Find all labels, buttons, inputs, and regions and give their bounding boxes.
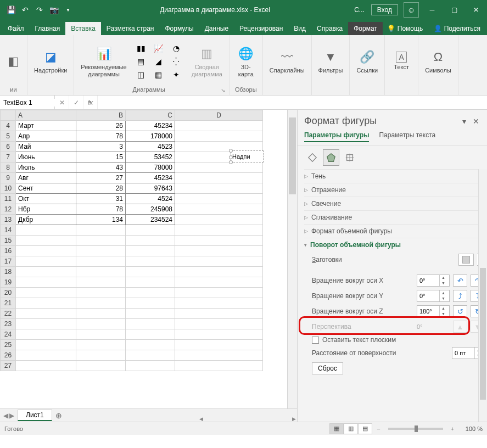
tab-file[interactable]: Файл bbox=[2, 22, 30, 35]
cell[interactable]: Авг bbox=[16, 173, 76, 183]
cell[interactable]: Окт bbox=[16, 194, 76, 204]
share-button[interactable]: 👤Поделиться bbox=[429, 22, 485, 35]
cell[interactable]: 4523 bbox=[126, 142, 175, 152]
col-header-a[interactable]: A bbox=[16, 110, 76, 121]
cell[interactable] bbox=[175, 131, 263, 142]
zoom-slider[interactable] bbox=[388, 428, 443, 430]
effects-icon[interactable] bbox=[323, 149, 339, 166]
cell[interactable] bbox=[76, 267, 126, 277]
cell[interactable] bbox=[16, 236, 76, 246]
cell[interactable] bbox=[126, 256, 175, 267]
accept-formula-icon[interactable]: ✓ bbox=[69, 96, 83, 109]
cell[interactable] bbox=[126, 329, 175, 340]
cell[interactable] bbox=[76, 319, 126, 329]
cell[interactable]: Апр bbox=[16, 131, 76, 142]
chart-column-icon[interactable]: ▮▮ bbox=[133, 42, 149, 54]
cell[interactable] bbox=[76, 350, 126, 361]
undo-icon[interactable]: ↶ bbox=[19, 3, 32, 16]
row-header[interactable]: 26 bbox=[1, 350, 16, 361]
tab-review[interactable]: Рецензирован bbox=[234, 22, 288, 35]
addins-trunc-button[interactable]: ◧ bbox=[1, 51, 27, 72]
name-box[interactable]: ▼ bbox=[0, 96, 55, 109]
row-header[interactable]: 24 bbox=[1, 329, 16, 340]
rotate-y-up-icon[interactable]: ⤴ bbox=[453, 290, 467, 302]
cell[interactable] bbox=[175, 256, 263, 267]
cell[interactable] bbox=[175, 340, 263, 350]
row-header[interactable]: 17 bbox=[1, 256, 16, 267]
fx-icon[interactable]: fx bbox=[83, 96, 98, 109]
cell[interactable] bbox=[126, 350, 175, 361]
pane-vscroll-thumb[interactable] bbox=[480, 268, 486, 400]
fill-line-icon[interactable] bbox=[304, 149, 321, 166]
view-normal-icon[interactable]: ▦ bbox=[329, 423, 344, 434]
cell[interactable] bbox=[175, 163, 263, 173]
cell[interactable]: Дкбр bbox=[16, 215, 76, 225]
rotate-x-left-icon[interactable]: ↶ bbox=[453, 275, 467, 287]
pivot-chart-button[interactable]: ▥Сводная диаграмма bbox=[188, 43, 226, 79]
cell[interactable] bbox=[175, 298, 263, 309]
view-pagebreak-icon[interactable]: ▤ bbox=[358, 423, 372, 434]
keep-text-flat-checkbox[interactable] bbox=[312, 337, 319, 344]
cell[interactable]: 78 bbox=[76, 131, 126, 142]
cell[interactable]: 15 bbox=[76, 152, 126, 163]
cell[interactable] bbox=[16, 340, 76, 350]
row-header[interactable]: 18 bbox=[1, 267, 16, 277]
cell[interactable]: 31 bbox=[76, 194, 126, 204]
tab-view[interactable]: Вид bbox=[288, 22, 311, 35]
cell[interactable] bbox=[175, 173, 263, 183]
chart-stock-icon[interactable]: ◫ bbox=[133, 69, 149, 81]
cell[interactable] bbox=[126, 319, 175, 329]
section-softedges[interactable]: ▷Сглаживание bbox=[304, 214, 485, 221]
hscroll-left-icon[interactable]: ◀ bbox=[199, 416, 203, 422]
cell[interactable] bbox=[126, 225, 175, 236]
tab-help[interactable]: Справка bbox=[311, 22, 348, 35]
section-shadow[interactable]: ▷Тень bbox=[304, 172, 485, 180]
view-pagelayout-icon[interactable]: ▥ bbox=[344, 423, 358, 434]
cell[interactable]: 245908 bbox=[126, 204, 175, 215]
cell[interactable]: 53452 bbox=[126, 152, 175, 163]
cell[interactable] bbox=[175, 350, 263, 361]
pane-vertical-scrollbar[interactable] bbox=[478, 169, 487, 422]
row-header[interactable]: 13 bbox=[1, 215, 16, 225]
camera-icon[interactable]: 📷 bbox=[47, 3, 60, 16]
cell[interactable] bbox=[175, 246, 263, 256]
cell[interactable] bbox=[175, 329, 263, 340]
cell[interactable] bbox=[76, 329, 126, 340]
section-reflection[interactable]: ▷Отражение bbox=[304, 186, 485, 194]
presets-well[interactable] bbox=[458, 254, 474, 266]
links-button[interactable]: 🔗Ссылки bbox=[353, 46, 381, 76]
row-header[interactable]: 10 bbox=[1, 183, 16, 194]
tell-me[interactable]: 💡Помощь bbox=[383, 22, 427, 35]
tab-format[interactable]: Формат bbox=[348, 22, 383, 35]
cell[interactable] bbox=[76, 288, 126, 298]
section-3drotation[interactable]: ▾Поворот объемной фигуры bbox=[304, 241, 485, 249]
cell[interactable] bbox=[175, 183, 263, 194]
spin-up-icon[interactable]: ▲ bbox=[440, 306, 447, 311]
chart-surface-icon[interactable]: ▦ bbox=[151, 69, 166, 81]
rotate-z-ccw-icon[interactable]: ↺ bbox=[453, 305, 467, 317]
cell[interactable] bbox=[76, 236, 126, 246]
cell[interactable] bbox=[16, 298, 76, 309]
qat-customize-icon[interactable]: ▼ bbox=[61, 3, 75, 16]
chart-scatter-icon[interactable]: ⁛ bbox=[169, 55, 184, 68]
row-header[interactable]: 27 bbox=[1, 361, 16, 371]
pane-options-icon[interactable]: ▾ bbox=[461, 116, 467, 127]
subtab-text-options[interactable]: Параметры текста bbox=[379, 129, 435, 142]
add-sheet-button[interactable]: ⊕ bbox=[52, 411, 65, 420]
cell[interactable]: Нбр bbox=[16, 204, 76, 215]
cell[interactable] bbox=[126, 246, 175, 256]
rotation-z-input[interactable]: ▲▼ bbox=[417, 305, 450, 317]
row-header[interactable]: 6 bbox=[1, 142, 16, 152]
chart-area-icon[interactable]: ◢ bbox=[151, 55, 166, 68]
cell[interactable] bbox=[76, 309, 126, 319]
col-header-b[interactable]: B bbox=[76, 110, 126, 121]
cell[interactable] bbox=[76, 246, 126, 256]
cell[interactable] bbox=[175, 236, 263, 246]
cell[interactable]: 45234 bbox=[126, 173, 175, 183]
cell[interactable]: 4524 bbox=[126, 194, 175, 204]
vertical-scrollbar[interactable] bbox=[287, 110, 297, 408]
spin-down-icon[interactable]: ▼ bbox=[440, 296, 447, 301]
cell[interactable] bbox=[16, 319, 76, 329]
cell[interactable] bbox=[16, 256, 76, 267]
cell[interactable] bbox=[126, 298, 175, 309]
